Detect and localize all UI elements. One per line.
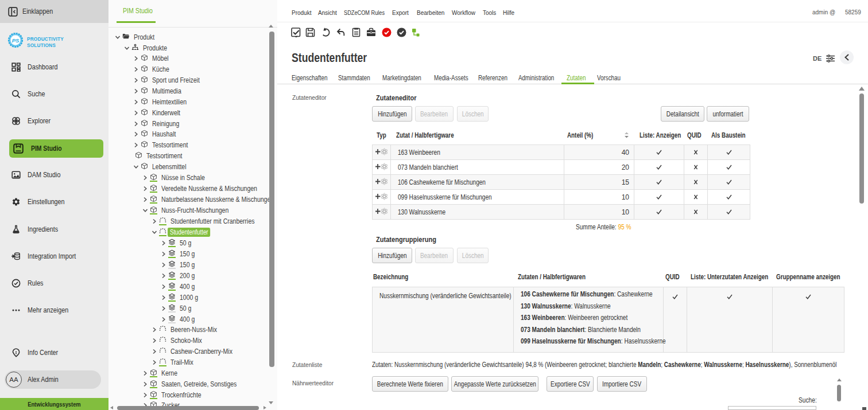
svg-text:PS: PS <box>12 37 20 44</box>
